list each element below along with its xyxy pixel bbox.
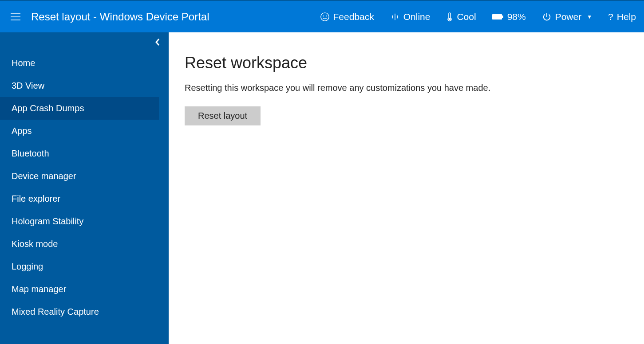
- sidebar-nav[interactable]: Home3D ViewApp Crash DumpsAppsBluetoothD…: [0, 52, 169, 344]
- help-icon: ?: [608, 12, 613, 22]
- thermometer-icon: [446, 12, 453, 22]
- sidebar-item-apps[interactable]: Apps: [0, 120, 159, 142]
- online-status[interactable]: Online: [382, 1, 439, 32]
- power-icon: [542, 12, 552, 22]
- temperature-label: Cool: [457, 12, 476, 22]
- sidebar-item-logging[interactable]: Logging: [0, 255, 159, 278]
- content-description: Resetting this workspace you will remove…: [185, 83, 644, 93]
- power-menu[interactable]: Power ▼: [534, 1, 600, 32]
- sidebar-item-bluetooth[interactable]: Bluetooth: [0, 142, 159, 165]
- sidebar-collapse-button[interactable]: [0, 32, 169, 52]
- content-heading: Reset workspace: [185, 54, 644, 72]
- sidebar-item-3d-view[interactable]: 3D View: [0, 74, 159, 97]
- help-label: Help: [617, 12, 636, 22]
- svg-point-3: [320, 12, 328, 20]
- sidebar: Home3D ViewApp Crash DumpsAppsBluetoothD…: [0, 32, 169, 344]
- sidebar-item-map-manager[interactable]: Map manager: [0, 278, 159, 301]
- smiley-icon: [320, 12, 330, 22]
- chevron-down-icon: ▼: [587, 14, 592, 20]
- svg-point-4: [323, 16, 324, 16]
- sidebar-item-home[interactable]: Home: [0, 52, 159, 74]
- hamburger-menu-button[interactable]: [0, 1, 31, 32]
- svg-rect-7: [492, 14, 502, 20]
- hamburger-icon: [11, 13, 20, 20]
- sidebar-item-mixed-reality-capture[interactable]: Mixed Reality Capture: [0, 301, 159, 323]
- svg-rect-8: [502, 16, 503, 18]
- reset-layout-button[interactable]: Reset layout: [185, 106, 261, 125]
- battery-label: 98%: [507, 12, 526, 22]
- temperature-status[interactable]: Cool: [438, 1, 484, 32]
- feedback-button[interactable]: Feedback: [312, 1, 382, 32]
- help-button[interactable]: ? Help: [600, 1, 644, 32]
- power-label: Power: [555, 12, 582, 22]
- wifi-icon: [390, 12, 400, 22]
- feedback-label: Feedback: [333, 12, 374, 22]
- sidebar-item-app-crash-dumps[interactable]: App Crash Dumps: [0, 97, 159, 120]
- sidebar-item-kiosk-mode[interactable]: Kiosk mode: [0, 233, 159, 255]
- battery-status[interactable]: 98%: [484, 1, 534, 32]
- sidebar-item-hologram-stability[interactable]: Hologram Stability: [0, 210, 159, 233]
- sidebar-item-file-explorer[interactable]: File explorer: [0, 188, 159, 210]
- page-title: Reset layout - Windows Device Portal: [31, 11, 209, 23]
- chevron-left-icon: [154, 38, 161, 46]
- svg-point-5: [326, 16, 326, 16]
- svg-point-6: [449, 18, 450, 20]
- sidebar-item-device-manager[interactable]: Device manager: [0, 165, 159, 188]
- header: Reset layout - Windows Device Portal Fee…: [0, 0, 644, 32]
- battery-icon: [492, 14, 504, 20]
- main-content: Reset workspace Resetting this workspace…: [169, 32, 644, 344]
- online-label: Online: [403, 12, 431, 22]
